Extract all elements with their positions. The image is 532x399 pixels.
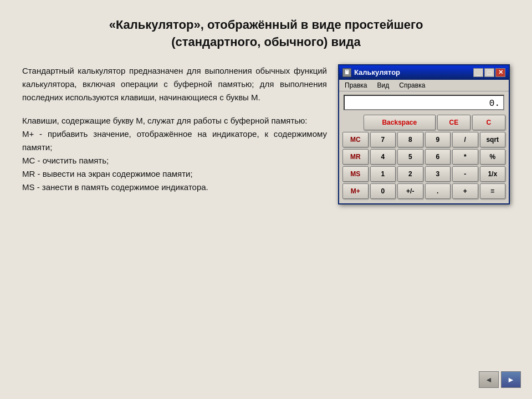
mc-button[interactable]: MC: [342, 132, 369, 147]
slide-container: «Калькулятор», отображённый в виде прост…: [0, 0, 532, 399]
calc-row-4: M+ 0 +/- . + =: [342, 183, 505, 199]
calc-row-3: MS 1 2 3 - 1/x: [342, 166, 505, 182]
btn-1[interactable]: 1: [370, 166, 396, 182]
plusminus-button[interactable]: +/-: [397, 183, 423, 199]
btn-8[interactable]: 8: [397, 132, 423, 147]
multiply-button[interactable]: *: [452, 149, 478, 165]
calculator-window: 🖩 Калькулятор _ □ ✕ Правка Вид Справка 0…: [338, 64, 510, 204]
btn-7[interactable]: 7: [370, 132, 396, 147]
mplus-button[interactable]: M+: [342, 183, 369, 199]
calc-buttons: Backspace CE C MC 7 8 9 / sqrt MR 4: [339, 112, 509, 203]
c-button[interactable]: C: [472, 115, 505, 130]
calc-title: Калькулятор: [354, 68, 400, 76]
calc-icon: 🖩: [342, 68, 351, 77]
text-block-1: Стандартный калькулятор предназначен для…: [22, 64, 327, 104]
calc-menubar: Правка Вид Справка: [339, 80, 509, 91]
slide-content: Стандартный калькулятор предназначен для…: [22, 64, 510, 204]
close-button[interactable]: ✕: [495, 68, 505, 77]
calc-row-1: MC 7 8 9 / sqrt: [342, 132, 505, 147]
calc-titlebar-buttons: _ □ ✕: [473, 68, 505, 77]
nav-back-button[interactable]: ◄: [479, 371, 499, 388]
calc-titlebar: 🖩 Калькулятор _ □ ✕: [339, 65, 509, 80]
minimize-button[interactable]: _: [473, 68, 483, 77]
ms-button[interactable]: MS: [342, 166, 369, 182]
menu-pravka[interactable]: Правка: [342, 81, 370, 90]
slide-title: «Калькулятор», отображённый в виде прост…: [72, 17, 460, 51]
decimal-button[interactable]: .: [425, 183, 451, 199]
equals-button[interactable]: =: [480, 183, 506, 199]
btn-2[interactable]: 2: [397, 166, 423, 182]
btn-0[interactable]: 0: [370, 183, 396, 199]
mr-button[interactable]: MR: [342, 149, 369, 165]
btn-6[interactable]: 6: [425, 149, 451, 165]
subtract-button[interactable]: -: [452, 166, 478, 182]
reciprocal-button[interactable]: 1/x: [480, 166, 506, 182]
calc-row-0: Backspace CE C: [342, 115, 505, 130]
text-section: Стандартный калькулятор предназначен для…: [22, 64, 327, 194]
ce-button[interactable]: CE: [437, 115, 470, 130]
nav-forward-button[interactable]: ►: [501, 371, 521, 388]
text-block-2: Клавиши, содержащие букву М, служат для …: [22, 114, 327, 194]
menu-vid[interactable]: Вид: [375, 81, 392, 90]
btn-5[interactable]: 5: [397, 149, 423, 165]
spacer-0: [342, 115, 362, 130]
divide-button[interactable]: /: [452, 132, 478, 147]
menu-spravka[interactable]: Справка: [397, 81, 427, 90]
calc-titlebar-left: 🖩 Калькулятор: [342, 68, 400, 77]
nav-arrows: ◄ ►: [479, 371, 521, 388]
calc-row-2: MR 4 5 6 * %: [342, 149, 505, 165]
btn-3[interactable]: 3: [425, 166, 451, 182]
add-button[interactable]: +: [452, 183, 478, 199]
backspace-button[interactable]: Backspace: [364, 115, 436, 130]
btn-4[interactable]: 4: [370, 149, 396, 165]
maximize-button[interactable]: □: [484, 68, 494, 77]
btn-9[interactable]: 9: [425, 132, 451, 147]
calc-display: 0.: [344, 95, 504, 110]
calc-display-area: 0.: [339, 91, 509, 112]
percent-button[interactable]: %: [480, 149, 506, 165]
sqrt-button[interactable]: sqrt: [480, 132, 506, 147]
